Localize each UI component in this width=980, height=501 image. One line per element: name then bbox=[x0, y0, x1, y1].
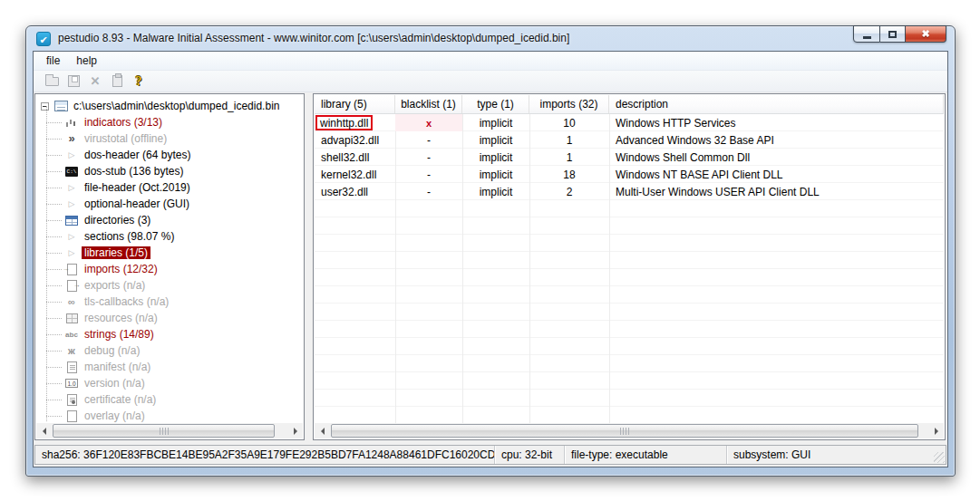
tree-item-dos-header[interactable]: ▷ dos-header (64 bytes) bbox=[37, 147, 302, 163]
column-header-library[interactable]: library (5) bbox=[315, 95, 395, 113]
collapse-expander-icon[interactable] bbox=[41, 102, 49, 111]
tree-root-file[interactable]: c:\users\admin\desktop\dumped_icedid.bin bbox=[37, 98, 302, 114]
type-cell: implicit bbox=[462, 183, 529, 200]
statusbar: sha256: 36F120E83FBCBE14BE95A2F35A9E179F… bbox=[34, 445, 946, 465]
tree-horizontal-scrollbar[interactable] bbox=[36, 423, 303, 438]
scroll-right-icon[interactable] bbox=[287, 423, 303, 438]
help-icon: ? bbox=[136, 74, 142, 89]
main-area: c:\users\admin\desktop\dumped_icedid.bin… bbox=[34, 93, 946, 440]
client-area: file help ✕ ? c:\users\admin\desktop\dum… bbox=[33, 51, 948, 467]
tree-item-label: sections (98.07 %) bbox=[82, 230, 177, 243]
menubar: file help bbox=[34, 52, 947, 71]
pe-file-icon bbox=[53, 100, 68, 112]
tree-item-label: virustotal (offline) bbox=[82, 132, 170, 145]
scrollbar-thumb[interactable] bbox=[331, 424, 918, 438]
tree-item-certificate[interactable]: certificate (n/a) bbox=[37, 391, 302, 408]
column-header-blacklist[interactable]: blacklist (1) bbox=[395, 95, 462, 113]
expander-icon: ▷ bbox=[64, 246, 79, 259]
tree-item-manifest[interactable]: manifest (n/a) bbox=[37, 359, 302, 375]
type-cell: implicit bbox=[462, 166, 529, 183]
tree-item-overlay[interactable]: overlay (n/a) bbox=[37, 408, 302, 422]
status-file-type: file-type: executable bbox=[565, 446, 727, 464]
scroll-right-icon[interactable] bbox=[928, 423, 944, 438]
maximize-button[interactable] bbox=[880, 25, 906, 43]
menu-file[interactable]: file bbox=[38, 53, 68, 69]
version-icon: 1.0 bbox=[64, 377, 79, 390]
tree-item-dos-stub[interactable]: C:\ dos-stub (136 bytes) bbox=[37, 163, 302, 179]
delete-button[interactable]: ✕ bbox=[85, 72, 105, 91]
tree-item-sections[interactable]: ▷ sections (98.07 %) bbox=[37, 228, 302, 245]
library-cell: user32.dll bbox=[315, 183, 395, 200]
column-header-type[interactable]: type (1) bbox=[462, 95, 529, 113]
open-folder-icon bbox=[45, 77, 59, 86]
certificate-icon bbox=[64, 393, 79, 406]
scroll-left-icon[interactable] bbox=[36, 423, 52, 438]
minimize-button[interactable] bbox=[853, 25, 880, 43]
help-button[interactable]: ? bbox=[129, 72, 149, 91]
table-body: winhttp.dll x implicit 10 Windows HTTP S… bbox=[315, 114, 944, 423]
menu-help[interactable]: help bbox=[68, 53, 105, 69]
tree-item-indicators[interactable]: indicators (3/13) bbox=[37, 114, 302, 130]
table-row-user32[interactable]: user32.dll - implicit 2 Multi-User Windo… bbox=[315, 183, 944, 200]
tree-item-label: exports (n/a) bbox=[82, 279, 148, 292]
tree-item-virustotal[interactable]: » virustotal (offline) bbox=[37, 130, 302, 147]
tree-item-version[interactable]: 1.0 version (n/a) bbox=[37, 375, 302, 391]
bar-chart-icon bbox=[64, 116, 79, 129]
tree-item-label: indicators (3/13) bbox=[82, 116, 165, 129]
library-cell: winhttp.dll bbox=[315, 114, 395, 131]
toolbar: ✕ ? bbox=[34, 71, 947, 92]
app-icon: ✔ bbox=[36, 32, 51, 46]
tree-item-label: resources (n/a) bbox=[82, 312, 160, 324]
resize-grip-icon[interactable] bbox=[934, 452, 945, 463]
tree-item-label: certificate (n/a) bbox=[82, 393, 159, 406]
tree-item-label: tls-callbacks (n/a) bbox=[82, 295, 171, 308]
imports-cell: 18 bbox=[529, 166, 609, 183]
type-cell: implicit bbox=[462, 114, 529, 131]
status-cpu: cpu: 32-bit bbox=[495, 446, 565, 464]
tree-item-directories[interactable]: directories (3) bbox=[37, 212, 302, 228]
type-cell: implicit bbox=[462, 149, 529, 166]
directories-icon bbox=[64, 214, 79, 226]
tree-item-label: optional-header (GUI) bbox=[82, 198, 192, 210]
table-row-kernel32[interactable]: kernel32.dll - implicit 18 Windows NT BA… bbox=[315, 166, 944, 183]
library-cell: advapi32.dll bbox=[315, 131, 395, 149]
tree-item-strings[interactable]: abc strings (14/89) bbox=[37, 326, 302, 342]
scrollbar-thumb[interactable] bbox=[53, 424, 275, 438]
tls-callbacks-icon: ∞ bbox=[64, 295, 79, 308]
tree-item-tls-callbacks[interactable]: ∞ tls-callbacks (n/a) bbox=[37, 294, 302, 310]
tree-item-libraries[interactable]: ▷ libraries (1/5) bbox=[37, 245, 302, 261]
description-cell: Advanced Windows 32 Base API bbox=[609, 131, 944, 149]
debug-icon: ж bbox=[64, 344, 79, 357]
table-row-advapi32[interactable]: advapi32.dll - implicit 1 Advanced Windo… bbox=[315, 131, 944, 149]
column-header-imports[interactable]: imports (32) bbox=[529, 95, 609, 113]
save-button[interactable] bbox=[63, 72, 83, 91]
tree-item-resources[interactable]: resources (n/a) bbox=[37, 310, 302, 326]
scroll-left-icon[interactable] bbox=[315, 423, 330, 438]
titlebar[interactable]: ✔ pestudio 8.93 - Malware Initial Assess… bbox=[26, 26, 955, 51]
table-row-winhttp[interactable]: winhttp.dll x implicit 10 Windows HTTP S… bbox=[315, 114, 944, 131]
save-icon bbox=[68, 75, 80, 87]
imports-cell: 2 bbox=[529, 183, 609, 200]
clipboard-icon bbox=[112, 75, 122, 87]
tree-item-imports[interactable]: imports (12/32) bbox=[37, 261, 302, 277]
table-row-shell32[interactable]: shell32.dll - implicit 1 Windows Shell C… bbox=[315, 149, 944, 166]
tree-item-file-header[interactable]: ▷ file-header (Oct.2019) bbox=[37, 179, 302, 196]
minimize-icon bbox=[863, 36, 871, 39]
tree-item-optional-header[interactable]: ▷ optional-header (GUI) bbox=[37, 196, 302, 212]
delete-icon: ✕ bbox=[91, 74, 101, 88]
console-icon: C:\ bbox=[64, 165, 79, 178]
tree-item-label: directories (3) bbox=[82, 214, 153, 226]
tree-item-label: dos-stub (136 bytes) bbox=[82, 165, 186, 178]
tree-item-exports[interactable]: exports (n/a) bbox=[37, 277, 302, 294]
description-cell: Windows Shell Common Dll bbox=[609, 149, 944, 166]
tree-item-label-selected: libraries (1/5) bbox=[82, 246, 150, 259]
open-file-button[interactable] bbox=[42, 72, 62, 91]
column-header-description[interactable]: description bbox=[609, 95, 944, 113]
copy-button[interactable] bbox=[107, 72, 127, 91]
tree-item-debug[interactable]: ж debug (n/a) bbox=[37, 342, 302, 359]
close-icon: ✖ bbox=[921, 28, 929, 40]
blacklist-x-mark: x bbox=[426, 118, 432, 129]
tree-item-label: debug (n/a) bbox=[82, 344, 142, 357]
table-horizontal-scrollbar[interactable] bbox=[315, 423, 944, 438]
close-button[interactable]: ✖ bbox=[906, 25, 946, 43]
